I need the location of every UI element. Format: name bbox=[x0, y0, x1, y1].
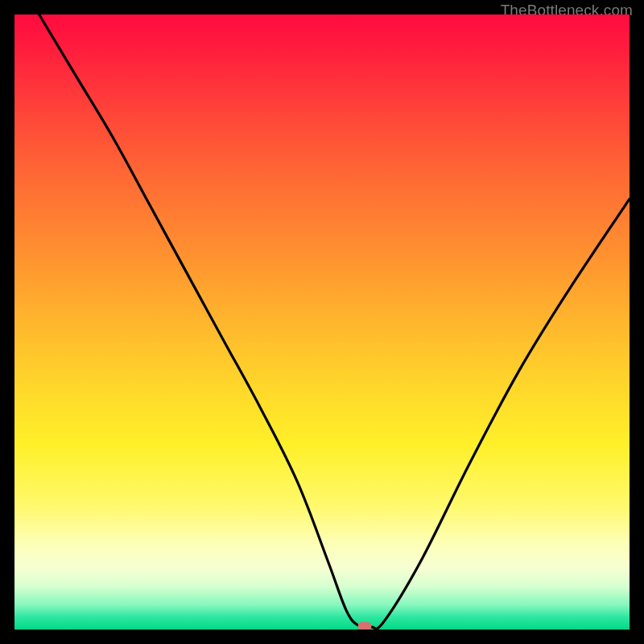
optimum-marker bbox=[358, 622, 372, 630]
chart-frame: TheBottleneck.com bbox=[0, 0, 644, 644]
plot-area bbox=[14, 14, 630, 630]
bottleneck-curve bbox=[14, 14, 630, 630]
